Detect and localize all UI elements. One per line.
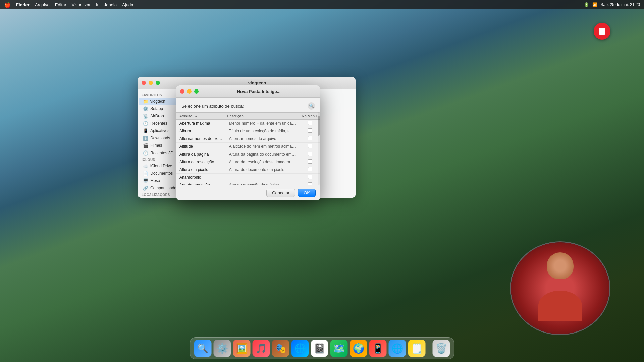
attribute-search-dialog: Nova Pasta Intelige... Selecione um atri…: [176, 85, 320, 200]
attr-menu-cell[interactable]: [300, 166, 320, 174]
dialog-header-label: Selecione um atributo de busca:: [181, 104, 244, 109]
photos-dock-icon: 🖼️: [233, 340, 251, 357]
record-button[interactable]: [594, 23, 610, 40]
maps-dock-icon: 🗺️: [330, 340, 348, 357]
dock-item-notes[interactable]: 🗒️: [408, 340, 426, 357]
sidebar-label-downloads: Downloads: [150, 136, 170, 140]
attr-desc-cell: Alternar nomes do arquivo: [226, 135, 300, 143]
dialog-header: Selecione um atributo de busca: 🔍: [176, 98, 320, 112]
filmes-icon: 🎬: [143, 143, 148, 148]
window-close-bg[interactable]: [142, 81, 146, 85]
table-scroll-area[interactable]: Abertura máximaMenor número F da lente e…: [176, 120, 320, 185]
attr-desc-cell: [226, 174, 300, 181]
menubar-janela[interactable]: Janela: [104, 2, 117, 7]
attr-name-cell: Alternar nomes de exi...: [176, 135, 226, 143]
dock-item-finder[interactable]: 🔍: [194, 340, 212, 357]
dialog-title: Nova Pasta Intelige...: [201, 89, 316, 94]
menu-checkbox[interactable]: [308, 128, 312, 133]
table-row[interactable]: Ano de gravaçãoAno de gravação da música: [176, 181, 320, 185]
webcam-overlay: [510, 241, 610, 335]
dock-item-maps[interactable]: 🗺️: [330, 340, 348, 357]
airdrop-icon: 📡: [143, 113, 148, 119]
attr-desc-cell: Ano de gravação da música: [226, 181, 300, 185]
attr-menu-cell[interactable]: [300, 181, 320, 185]
menubar: 🍎 Finder Arquivo Editar Visualizar Ir Ja…: [0, 0, 644, 9]
finder-dock-icon: 🔍: [194, 340, 212, 357]
dialog-search-icon[interactable]: 🔍: [308, 102, 315, 110]
menubar-finder[interactable]: Finder: [16, 2, 30, 7]
dock-item-music[interactable]: 🎵: [253, 340, 270, 357]
dialog-maximize[interactable]: [194, 89, 199, 94]
table-row[interactable]: Alternar nomes de exi...Alternar nomes d…: [176, 135, 320, 143]
dock-item-alt1[interactable]: 🎭: [272, 340, 289, 357]
attr-menu-cell[interactable]: [300, 174, 320, 181]
dialog-minimize[interactable]: [187, 89, 192, 94]
menu-checkbox[interactable]: [308, 121, 312, 125]
table-row[interactable]: Altura em pixelsAltura do documento em p…: [176, 166, 320, 174]
attr-name-cell: Anamorphic: [176, 174, 226, 181]
notes-dock-icon: 🗒️: [408, 340, 426, 357]
downloads-icon: ⬇️: [143, 135, 148, 141]
dock-item-safari[interactable]: 🌐: [291, 340, 309, 357]
menubar-wifi: 📶: [592, 2, 597, 7]
table-row[interactable]: Abertura máximaMenor número F da lente e…: [176, 120, 320, 127]
table-row[interactable]: Altura da resoluçãoAltura da resolução d…: [176, 158, 320, 166]
attr-desc-cell: Menor número F da lente em unidades de v…: [226, 120, 300, 127]
table-row[interactable]: ÁlbumTítulo de uma coleção de mídia, tal…: [176, 127, 320, 135]
webcam-person: [511, 242, 609, 334]
attr-menu-cell[interactable]: [300, 150, 320, 158]
attr-desc-cell: A altitude do item em metros acima do ní…: [226, 143, 300, 150]
col-header-atributo[interactable]: Atributo ▲: [176, 113, 224, 120]
menu-checkbox[interactable]: [308, 152, 312, 156]
attr-menu-cell[interactable]: [300, 127, 320, 135]
maps2-dock-icon: 🌍: [350, 340, 367, 357]
recentes-icon: 🕐: [143, 121, 148, 126]
menu-checkbox[interactable]: [308, 182, 312, 185]
dock-item-maps2[interactable]: 🌍: [350, 340, 367, 357]
documentos-icon: 📄: [143, 171, 148, 176]
window-maximize-bg[interactable]: [156, 81, 160, 85]
col-header-descricao: Descrição: [224, 113, 299, 120]
dock-item-settings[interactable]: ⚙️: [214, 340, 231, 357]
finder-window-title-bg: vlogtech: [163, 80, 352, 85]
menubar-battery: 🔋: [584, 2, 589, 7]
table-row[interactable]: AltitudeA altitude do item em metros aci…: [176, 143, 320, 150]
menu-checkbox[interactable]: [308, 144, 312, 148]
menubar-arquivo[interactable]: Arquivo: [35, 2, 50, 7]
attr-menu-cell[interactable]: [300, 143, 320, 150]
window-minimize-bg[interactable]: [149, 81, 153, 85]
attr-menu-cell[interactable]: [300, 135, 320, 143]
menu-checkbox[interactable]: [308, 159, 312, 164]
attr-name-cell: Ano de gravação: [176, 181, 226, 185]
dock-divider: [429, 344, 429, 357]
menu-checkbox[interactable]: [308, 167, 312, 171]
scrollbar-thumb[interactable]: [318, 120, 320, 136]
dock-item-trash[interactable]: 🗑️: [433, 340, 450, 357]
sidebar-label-vlogtech: vlogtech: [150, 99, 165, 104]
dock-item-notion[interactable]: 📓: [311, 340, 328, 357]
menubar-left: 🍎 Finder Arquivo Editar Visualizar Ir Ja…: [4, 2, 133, 8]
menubar-ir[interactable]: Ir: [96, 2, 99, 7]
attr-name-cell: Altitude: [176, 143, 226, 150]
dock-item-app1[interactable]: 📱: [369, 340, 387, 357]
menubar-ajuda[interactable]: Ajuda: [122, 2, 133, 7]
scrollbar-track: [318, 120, 320, 185]
ok-button[interactable]: OK: [298, 189, 316, 197]
dock-item-browser[interactable]: 🌐: [389, 340, 406, 357]
attr-menu-cell[interactable]: [300, 120, 320, 127]
sidebar-label-icloud-drive: iCloud Drive: [150, 164, 172, 168]
menubar-time: Sáb. 25 de mai. 21:20: [601, 2, 640, 7]
attr-menu-cell[interactable]: [300, 158, 320, 166]
menu-checkbox[interactable]: [308, 136, 312, 140]
menubar-editar[interactable]: Editar: [55, 2, 66, 7]
apple-menu[interactable]: 🍎: [4, 2, 11, 8]
menubar-visualizar[interactable]: Visualizar: [72, 2, 91, 7]
menubar-right: 🔋 📶 Sáb. 25 de mai. 21:20: [584, 2, 640, 7]
table-row[interactable]: Altura da páginaAltura da página do docu…: [176, 150, 320, 158]
menu-checkbox[interactable]: [308, 175, 312, 179]
dialog-close[interactable]: [180, 89, 184, 94]
table-row[interactable]: Anamorphic: [176, 174, 320, 181]
cancel-button[interactable]: Cancelar: [266, 189, 295, 197]
dock-item-photos[interactable]: 🖼️: [233, 340, 251, 357]
col-header-no-menu: No Menu: [299, 113, 320, 120]
